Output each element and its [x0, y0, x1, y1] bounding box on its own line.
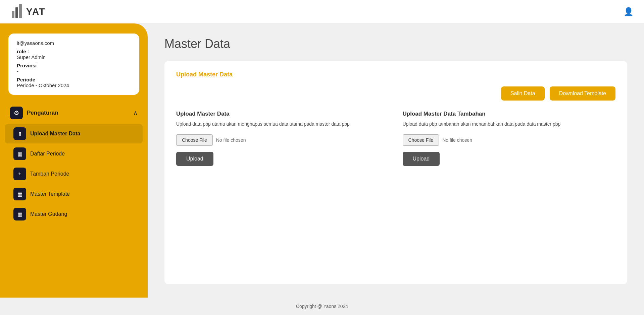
nav-item-label: Upload Master Data — [30, 131, 80, 137]
nav-item-label: Master Template — [30, 191, 70, 197]
profile-periode-label: Periode — [17, 77, 131, 82]
sidebar-item-upload-master-data[interactable]: ⬆ Upload Master Data — [5, 124, 143, 143]
plus-icon: + — [13, 168, 26, 180]
profile-role-value: Super Admin — [17, 54, 131, 60]
sidebar-item-tambah-periode[interactable]: + Tambah Periode — [5, 164, 143, 184]
upload-button-primary[interactable]: Upload — [176, 152, 213, 166]
sidebar-item-master-gudang[interactable]: ▦ Master Gudang — [5, 204, 143, 224]
top-buttons: Salin Data Download Template — [176, 86, 615, 101]
logo-text: YAT — [26, 6, 45, 17]
chevron-up-icon: ∧ — [133, 109, 138, 117]
nav-section: ⚙ Pengaturan ∧ ⬆ Upload Master Data ▦ Da… — [0, 103, 148, 225]
user-icon[interactable]: 👤 — [623, 6, 634, 17]
grid-icon-1: ▦ — [13, 147, 26, 160]
logo-icon — [10, 4, 23, 19]
choose-file-button-secondary[interactable]: Choose File — [403, 134, 439, 146]
download-template-button[interactable]: Download Template — [550, 86, 615, 101]
nav-item-label: Tambah Periode — [30, 171, 69, 177]
upload-primary-description: Upload data pbp utama akan menghapus sem… — [176, 121, 389, 128]
profile-periode-value: Periode - Oktober 2024 — [17, 82, 131, 88]
nav-items: ⬆ Upload Master Data ▦ Daftar Periode + … — [5, 123, 143, 225]
upload-grid: Upload Master Data Upload data pbp utama… — [176, 111, 615, 166]
content-card: Upload Master Data Salin Data Download T… — [164, 61, 627, 284]
footer: Copyright @ Yaons 2024 — [0, 298, 644, 315]
logo-area: YAT — [10, 4, 45, 19]
grid-icon-3: ▦ — [13, 208, 26, 220]
no-file-text-primary: No file chosen — [216, 137, 246, 143]
no-file-text-secondary: No file chosen — [442, 137, 472, 143]
nav-header-label: Pengaturan — [27, 110, 58, 116]
sidebar-item-master-template[interactable]: ▦ Master Template — [5, 184, 143, 204]
grid-icon-2: ▦ — [13, 188, 26, 200]
profile-role-label: role : — [17, 49, 131, 54]
sidebar-item-daftar-periode[interactable]: ▦ Daftar Periode — [5, 144, 143, 164]
page-title: Master Data — [164, 37, 627, 51]
upload-icon: ⬆ — [13, 127, 26, 140]
svg-rect-2 — [19, 4, 22, 18]
file-input-row-primary: Choose File No file chosen — [176, 134, 389, 146]
upload-secondary-block: Upload Master Data Tambahan Upload data … — [403, 111, 616, 166]
sidebar: it@yasaons.com role : Super Admin Provin… — [0, 23, 148, 298]
upload-secondary-title: Upload Master Data Tambahan — [403, 111, 616, 117]
nav-item-label: Master Gudang — [30, 211, 67, 217]
upload-primary-block: Upload Master Data Upload data pbp utama… — [176, 111, 389, 166]
upload-button-secondary[interactable]: Upload — [403, 152, 440, 166]
file-input-row-secondary: Choose File No file chosen — [403, 134, 616, 146]
nav-item-label: Daftar Periode — [30, 151, 65, 157]
profile-provinsi-value: - — [17, 68, 131, 74]
salin-data-button[interactable]: Salin Data — [501, 86, 545, 101]
profile-email: it@yasaons.com — [17, 40, 131, 46]
main-content: Master Data Upload Master Data Salin Dat… — [148, 23, 644, 298]
nav-header[interactable]: ⚙ Pengaturan ∧ — [5, 103, 143, 123]
nav-header-left: ⚙ Pengaturan — [10, 107, 58, 119]
svg-rect-1 — [15, 7, 18, 18]
upload-secondary-description: Upload data pbp tambahan akan menambahka… — [403, 121, 616, 128]
svg-rect-0 — [12, 11, 14, 18]
section-title: Upload Master Data — [176, 71, 615, 78]
settings-icon: ⚙ — [10, 107, 23, 119]
body-layout: it@yasaons.com role : Super Admin Provin… — [0, 23, 644, 298]
footer-text: Copyright @ Yaons 2024 — [296, 304, 348, 309]
upload-primary-title: Upload Master Data — [176, 111, 389, 117]
header: YAT 👤 — [0, 0, 644, 23]
profile-provinsi-label: Provinsi — [17, 63, 131, 68]
profile-card: it@yasaons.com role : Super Admin Provin… — [8, 34, 139, 95]
choose-file-button-primary[interactable]: Choose File — [176, 134, 213, 146]
